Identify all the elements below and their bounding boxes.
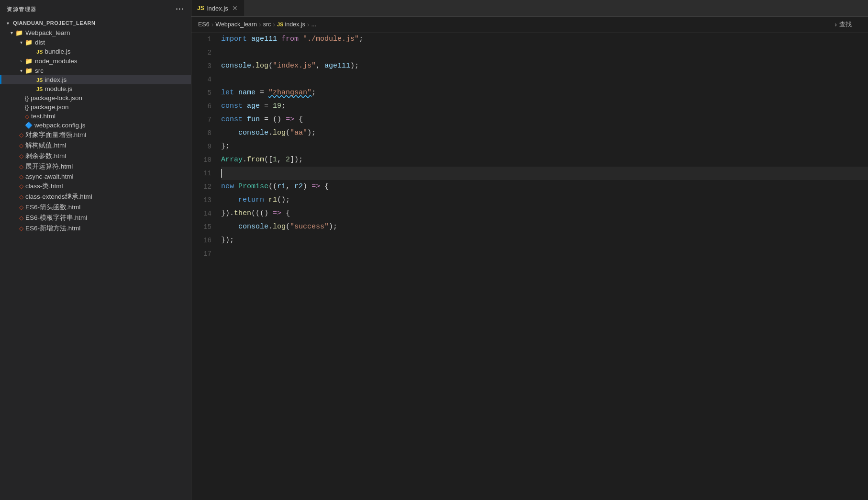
token-promise: Promise	[238, 180, 268, 193]
html-file-icon: ◇	[19, 153, 23, 159]
breadcrumb-sep-2: ›	[259, 21, 261, 28]
tree-file-html-2[interactable]: ◇ 解构赋值.html	[0, 140, 191, 151]
token-brace: {	[299, 113, 303, 126]
folder-icon: 📁	[15, 29, 23, 36]
code-editor[interactable]: 1 2 3 4 5 6 7 8 9 10 11 12 13 14 15 16 1…	[191, 33, 868, 500]
tree-file-html-3[interactable]: ◇ 剩余参数.html	[0, 151, 191, 161]
tree-file-html-6[interactable]: ◇ class-类.html	[0, 181, 191, 192]
tree-file-package-json[interactable]: {} package.json	[0, 102, 191, 112]
token-space	[260, 100, 264, 113]
tree-file-html-9[interactable]: ◇ ES6-模板字符串.html	[0, 213, 191, 223]
line-num-6: 6	[191, 100, 211, 113]
find-label: 查找	[839, 20, 852, 29]
tree-file-package-lock-json[interactable]: {} package-lock.json	[0, 93, 191, 102]
tab-filename: index.js	[207, 5, 228, 12]
tree-file-webpack-config[interactable]: 🔷 webpack.config.js	[0, 121, 191, 130]
file-label: test.html	[31, 113, 56, 120]
js-file-icon: JS	[36, 49, 43, 55]
more-icon[interactable]: ···	[176, 5, 184, 13]
tab-close-button[interactable]: ✕	[231, 4, 239, 12]
tree-file-bundle-js[interactable]: JS bundle.js	[0, 47, 191, 56]
breadcrumb-webpack-learn[interactable]: Webpack_learn	[215, 21, 257, 28]
line-numbers: 1 2 3 4 5 6 7 8 9 10 11 12 13 14 15 16 1…	[191, 33, 217, 500]
code-line-7: const fun = () => {	[221, 113, 868, 126]
file-label: ES6-新增方法.html	[25, 224, 80, 233]
line-num-9: 9	[191, 140, 211, 153]
token-space	[264, 193, 268, 207]
line-num-3: 3	[191, 59, 211, 73]
find-button-area: › 查找	[830, 19, 861, 30]
token-str-success: "success"	[290, 220, 329, 234]
token-r1-call: r1	[268, 193, 277, 207]
token-str-module: "./module.js"	[303, 33, 359, 46]
tree-root-folder[interactable]: QIANDUAN_PROJECT_LEARN	[0, 18, 191, 28]
tree-folder-node-modules[interactable]: 📁 node_modules	[0, 56, 191, 66]
breadcrumb-src[interactable]: src	[263, 21, 271, 28]
token-comma: ,	[286, 180, 294, 193]
file-label: 解构赋值.html	[25, 141, 66, 150]
line-num-10: 10	[191, 153, 211, 167]
token-return: return	[238, 193, 264, 207]
token-console: console	[238, 126, 268, 140]
token-console: console	[238, 220, 268, 234]
token-closeparen: );	[329, 220, 337, 234]
line-num-16: 16	[191, 234, 211, 247]
breadcrumb-es6[interactable]: ES6	[198, 21, 210, 28]
html-file-icon: ◇	[19, 193, 23, 200]
tree-file-html-1[interactable]: ◇ 对象字面量增强.html	[0, 130, 191, 140]
folder-icon: 📁	[25, 39, 33, 46]
file-label: package.json	[31, 103, 69, 111]
chevron-icon	[4, 19, 11, 27]
token-dot: .	[243, 153, 247, 167]
editor-tab-index-js[interactable]: JS index.js ✕	[191, 0, 245, 17]
tree-folder-src[interactable]: 📁 src	[0, 66, 191, 75]
tree-file-html-8[interactable]: ◇ ES6-箭头函数.html	[0, 202, 191, 213]
folder-label: src	[35, 67, 44, 74]
token-semi: ;	[281, 100, 286, 113]
token-comma: ,	[316, 59, 324, 73]
tree-file-index-js[interactable]: JS index.js	[0, 75, 191, 84]
token-space	[264, 86, 268, 100]
file-label: ES6-箭头函数.html	[25, 203, 80, 212]
token-const: const	[221, 113, 243, 126]
tree-file-html-10[interactable]: ◇ ES6-新增方法.html	[0, 223, 191, 234]
tree-file-html-5[interactable]: ◇ async-await.html	[0, 172, 191, 181]
html-file-icon: ◇	[19, 132, 23, 138]
token-eq: =	[264, 113, 268, 126]
json-file-icon: {}	[25, 104, 29, 111]
token-arrow: =>	[286, 113, 294, 126]
tree-file-test-html[interactable]: ◇ test.html	[0, 112, 191, 121]
code-line-16: });	[221, 234, 868, 247]
token-log: log	[273, 126, 286, 140]
token-comma: ,	[277, 153, 286, 167]
breadcrumb-filename: index.js	[285, 21, 305, 28]
tree-file-html-7[interactable]: ◇ class-extends继承.html	[0, 192, 191, 202]
html-file-icon: ◇	[19, 142, 23, 149]
tree-folder-webpack-learn[interactable]: 📁 Webpack_learn	[0, 28, 191, 37]
line-num-5: 5	[191, 86, 211, 100]
token-num-19: 19	[273, 100, 281, 113]
file-label: async-await.html	[25, 173, 74, 180]
root-label: QIANDUAN_PROJECT_LEARN	[13, 20, 95, 26]
tree-folder-dist[interactable]: 📁 dist	[0, 37, 191, 47]
token-closebracket: ]);	[290, 153, 303, 167]
find-button[interactable]: › 查找	[830, 19, 857, 30]
token-paren: (	[268, 59, 273, 73]
tab-js-icon: JS	[197, 5, 204, 11]
token-fun: fun	[247, 113, 260, 126]
line-num-2: 2	[191, 46, 211, 59]
tree-file-module-js[interactable]: JS module.js	[0, 84, 191, 93]
token-closeparen: );	[307, 126, 316, 140]
line-num-4: 4	[191, 73, 211, 86]
token-age111: age111	[251, 33, 277, 46]
file-label: webpack.config.js	[34, 122, 86, 129]
breadcrumb-index-js[interactable]: JS index.js	[277, 21, 305, 28]
tree-file-html-4[interactable]: ◇ 展开运算符.html	[0, 161, 191, 172]
breadcrumb-ellipsis[interactable]: ...	[312, 21, 316, 28]
line-num-12: 12	[191, 180, 211, 193]
code-line-11	[221, 167, 868, 180]
token-space	[256, 86, 260, 100]
code-line-13: return r1 ();	[221, 193, 868, 207]
token-paren: (	[286, 126, 290, 140]
folder-label: Webpack_learn	[25, 29, 70, 36]
